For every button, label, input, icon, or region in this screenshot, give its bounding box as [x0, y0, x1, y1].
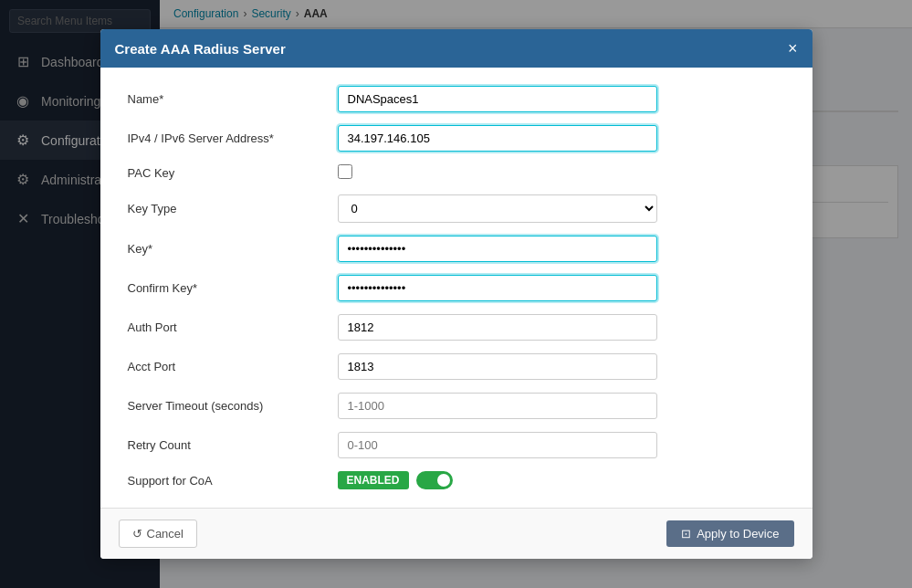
modal-footer: ↺ Cancel ⊡ Apply to Device	[100, 508, 812, 559]
create-radius-modal: Create AAA Radius Server × Name* IPv4 / …	[100, 29, 812, 559]
coa-toggle-container: ENABLED	[338, 471, 657, 489]
ipv4-label: IPv4 / IPv6 Server Address*	[128, 131, 329, 145]
key-input[interactable]	[338, 236, 657, 262]
server-timeout-field-row: Server Timeout (seconds)	[128, 393, 785, 419]
key-label: Key*	[128, 242, 329, 256]
retry-count-label: Retry Count	[128, 438, 329, 452]
auth-port-field-container	[338, 314, 657, 341]
server-timeout-label: Server Timeout (seconds)	[128, 399, 329, 413]
ipv4-field-container	[338, 125, 657, 152]
support-coa-label: Support for CoA	[128, 474, 329, 488]
modal-close-button[interactable]: ×	[788, 40, 798, 57]
auth-port-label: Auth Port	[128, 320, 329, 334]
apply-label: Apply to Device	[697, 527, 779, 541]
name-input[interactable]	[338, 86, 657, 112]
ipv4-field-row: IPv4 / IPv6 Server Address*	[128, 125, 785, 152]
key-type-label: Key Type	[128, 202, 329, 215]
confirm-key-label: Confirm Key*	[128, 281, 329, 295]
modal-body: Name* IPv4 / IPv6 Server Address* PAC Ke…	[100, 68, 812, 508]
retry-count-input[interactable]	[338, 432, 657, 458]
name-field-container	[338, 86, 657, 112]
name-label: Name*	[128, 92, 329, 106]
modal-title: Create AAA Radius Server	[115, 41, 286, 57]
apply-to-device-button[interactable]: ⊡ Apply to Device	[666, 520, 793, 547]
modal-header: Create AAA Radius Server ×	[100, 29, 812, 68]
key-field-row: Key*	[128, 236, 785, 262]
key-type-field-container: 0 1 2	[338, 194, 657, 223]
pac-key-checkbox[interactable]	[338, 164, 352, 179]
acct-port-label: Acct Port	[128, 360, 329, 373]
acct-port-field-row: Acct Port	[128, 353, 785, 380]
server-timeout-input[interactable]	[338, 393, 657, 419]
pac-key-field-container	[338, 164, 657, 182]
cancel-button[interactable]: ↺ Cancel	[119, 520, 197, 548]
support-coa-field-container: ENABLED	[338, 471, 657, 489]
pac-key-field-row: PAC Key	[128, 164, 785, 182]
apply-icon: ⊡	[681, 527, 691, 541]
coa-toggle-label: ENABLED	[338, 471, 409, 489]
acct-port-input[interactable]	[338, 353, 657, 380]
pac-key-label: PAC Key	[128, 166, 329, 180]
retry-count-field-container	[338, 432, 657, 458]
confirm-key-input[interactable]	[338, 275, 657, 301]
cancel-label: Cancel	[147, 527, 183, 541]
acct-port-field-container	[338, 353, 657, 380]
server-timeout-field-container	[338, 393, 657, 419]
confirm-key-field-container	[338, 275, 657, 301]
key-type-field-row: Key Type 0 1 2	[128, 194, 785, 223]
support-coa-field-row: Support for CoA ENABLED	[128, 471, 785, 489]
auth-port-input[interactable]	[338, 314, 657, 341]
modal-overlay: Create AAA Radius Server × Name* IPv4 / …	[0, 0, 912, 588]
retry-count-field-row: Retry Count	[128, 432, 785, 458]
coa-toggle-switch[interactable]	[416, 471, 453, 489]
key-type-select[interactable]: 0 1 2	[338, 194, 657, 223]
auth-port-field-row: Auth Port	[128, 314, 785, 341]
undo-icon: ↺	[132, 527, 142, 541]
ipv4-input[interactable]	[338, 125, 657, 152]
confirm-key-field-row: Confirm Key*	[128, 275, 785, 301]
key-field-container	[338, 236, 657, 262]
name-field-row: Name*	[128, 86, 785, 112]
